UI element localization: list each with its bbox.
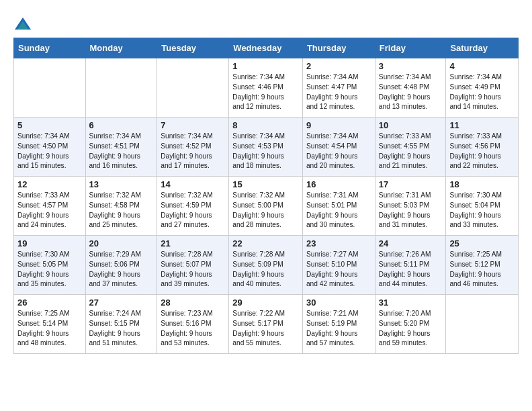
day-number-6: 6 bbox=[89, 120, 154, 130]
empty-cell bbox=[446, 295, 519, 354]
day-number-20: 20 bbox=[89, 238, 154, 248]
empty-cell bbox=[157, 58, 229, 118]
day-cell-23: 23Sunrise: 7:27 AMSunset: 5:10 PMDayligh… bbox=[302, 236, 375, 295]
day-number-22: 22 bbox=[232, 238, 299, 248]
day-number-2: 2 bbox=[306, 61, 371, 71]
day-cell-25: 25Sunrise: 7:25 AMSunset: 5:12 PMDayligh… bbox=[446, 236, 519, 295]
day-info-26: Sunrise: 7:25 AMSunset: 5:14 PMDaylight:… bbox=[17, 309, 82, 349]
day-number-31: 31 bbox=[379, 298, 443, 308]
day-number-13: 13 bbox=[89, 179, 154, 189]
day-cell-13: 13Sunrise: 7:32 AMSunset: 4:58 PMDayligh… bbox=[85, 177, 157, 236]
empty-cell bbox=[14, 58, 86, 118]
weekday-header-row: SundayMondayTuesdayWednesdayThursdayFrid… bbox=[14, 38, 519, 58]
day-info-3: Sunrise: 7:34 AMSunset: 4:48 PMDaylight:… bbox=[379, 73, 443, 112]
day-cell-3: 3Sunrise: 7:34 AMSunset: 4:48 PMDaylight… bbox=[375, 58, 446, 118]
day-cell-2: 2Sunrise: 7:34 AMSunset: 4:47 PMDaylight… bbox=[302, 58, 375, 118]
day-number-16: 16 bbox=[306, 179, 371, 189]
day-number-21: 21 bbox=[161, 238, 225, 248]
logo bbox=[13, 15, 35, 34]
day-info-1: Sunrise: 7:34 AMSunset: 4:46 PMDaylight:… bbox=[232, 73, 299, 112]
day-number-14: 14 bbox=[161, 179, 225, 189]
day-number-12: 12 bbox=[17, 179, 82, 189]
day-info-18: Sunrise: 7:30 AMSunset: 5:04 PMDaylight:… bbox=[449, 191, 515, 230]
day-info-27: Sunrise: 7:24 AMSunset: 5:15 PMDaylight:… bbox=[89, 309, 154, 349]
day-info-15: Sunrise: 7:32 AMSunset: 5:00 PMDaylight:… bbox=[232, 191, 299, 230]
day-info-5: Sunrise: 7:34 AMSunset: 4:50 PMDaylight:… bbox=[17, 132, 82, 171]
day-cell-17: 17Sunrise: 7:31 AMSunset: 5:03 PMDayligh… bbox=[375, 177, 446, 236]
day-cell-26: 26Sunrise: 7:25 AMSunset: 5:14 PMDayligh… bbox=[14, 295, 86, 354]
day-info-13: Sunrise: 7:32 AMSunset: 4:58 PMDaylight:… bbox=[89, 191, 154, 230]
day-cell-27: 27Sunrise: 7:24 AMSunset: 5:15 PMDayligh… bbox=[85, 295, 157, 354]
day-cell-8: 8Sunrise: 7:34 AMSunset: 4:53 PMDaylight… bbox=[229, 118, 303, 177]
day-number-23: 23 bbox=[306, 238, 371, 248]
day-number-5: 5 bbox=[17, 120, 82, 130]
week-row-1: 1Sunrise: 7:34 AMSunset: 4:46 PMDaylight… bbox=[14, 58, 519, 118]
day-cell-28: 28Sunrise: 7:23 AMSunset: 5:16 PMDayligh… bbox=[157, 295, 229, 354]
day-cell-11: 11Sunrise: 7:33 AMSunset: 4:56 PMDayligh… bbox=[446, 118, 519, 177]
day-cell-21: 21Sunrise: 7:28 AMSunset: 5:07 PMDayligh… bbox=[157, 236, 229, 295]
page: SundayMondayTuesdayWednesdayThursdayFrid… bbox=[0, 0, 532, 366]
day-info-12: Sunrise: 7:33 AMSunset: 4:57 PMDaylight:… bbox=[17, 191, 82, 230]
day-cell-4: 4Sunrise: 7:34 AMSunset: 4:49 PMDaylight… bbox=[446, 58, 519, 118]
empty-cell bbox=[85, 58, 157, 118]
day-number-1: 1 bbox=[232, 61, 299, 71]
header bbox=[13, 12, 519, 34]
weekday-header-thursday: Thursday bbox=[302, 38, 375, 58]
day-cell-20: 20Sunrise: 7:29 AMSunset: 5:06 PMDayligh… bbox=[85, 236, 157, 295]
day-cell-7: 7Sunrise: 7:34 AMSunset: 4:52 PMDaylight… bbox=[157, 118, 229, 177]
day-info-16: Sunrise: 7:31 AMSunset: 5:01 PMDaylight:… bbox=[306, 191, 371, 230]
day-number-7: 7 bbox=[161, 120, 225, 130]
weekday-header-sunday: Sunday bbox=[14, 38, 86, 58]
day-cell-24: 24Sunrise: 7:26 AMSunset: 5:11 PMDayligh… bbox=[375, 236, 446, 295]
day-cell-6: 6Sunrise: 7:34 AMSunset: 4:51 PMDaylight… bbox=[85, 118, 157, 177]
day-number-19: 19 bbox=[17, 238, 82, 248]
day-info-19: Sunrise: 7:30 AMSunset: 5:05 PMDaylight:… bbox=[17, 250, 82, 289]
day-number-3: 3 bbox=[379, 61, 443, 71]
week-row-4: 19Sunrise: 7:30 AMSunset: 5:05 PMDayligh… bbox=[14, 236, 519, 295]
day-number-8: 8 bbox=[232, 120, 299, 130]
weekday-header-saturday: Saturday bbox=[446, 38, 519, 58]
day-info-24: Sunrise: 7:26 AMSunset: 5:11 PMDaylight:… bbox=[379, 250, 443, 289]
day-cell-10: 10Sunrise: 7:33 AMSunset: 4:55 PMDayligh… bbox=[375, 118, 446, 177]
day-cell-14: 14Sunrise: 7:32 AMSunset: 4:59 PMDayligh… bbox=[157, 177, 229, 236]
day-number-4: 4 bbox=[449, 61, 515, 71]
day-number-29: 29 bbox=[232, 298, 299, 308]
day-cell-16: 16Sunrise: 7:31 AMSunset: 5:01 PMDayligh… bbox=[302, 177, 375, 236]
day-number-28: 28 bbox=[161, 298, 225, 308]
day-info-7: Sunrise: 7:34 AMSunset: 4:52 PMDaylight:… bbox=[161, 132, 225, 171]
day-info-8: Sunrise: 7:34 AMSunset: 4:53 PMDaylight:… bbox=[232, 132, 299, 171]
day-info-6: Sunrise: 7:34 AMSunset: 4:51 PMDaylight:… bbox=[89, 132, 154, 171]
week-row-3: 12Sunrise: 7:33 AMSunset: 4:57 PMDayligh… bbox=[14, 177, 519, 236]
day-info-2: Sunrise: 7:34 AMSunset: 4:47 PMDaylight:… bbox=[306, 73, 371, 112]
day-cell-18: 18Sunrise: 7:30 AMSunset: 5:04 PMDayligh… bbox=[446, 177, 519, 236]
day-cell-30: 30Sunrise: 7:21 AMSunset: 5:19 PMDayligh… bbox=[302, 295, 375, 354]
day-number-17: 17 bbox=[379, 179, 443, 189]
day-cell-5: 5Sunrise: 7:34 AMSunset: 4:50 PMDaylight… bbox=[14, 118, 86, 177]
week-row-5: 26Sunrise: 7:25 AMSunset: 5:14 PMDayligh… bbox=[14, 295, 519, 354]
day-cell-12: 12Sunrise: 7:33 AMSunset: 4:57 PMDayligh… bbox=[14, 177, 86, 236]
day-number-11: 11 bbox=[449, 120, 515, 130]
day-number-24: 24 bbox=[379, 238, 443, 248]
day-info-31: Sunrise: 7:20 AMSunset: 5:20 PMDaylight:… bbox=[379, 309, 443, 349]
day-info-25: Sunrise: 7:25 AMSunset: 5:12 PMDaylight:… bbox=[449, 250, 515, 289]
week-row-2: 5Sunrise: 7:34 AMSunset: 4:50 PMDaylight… bbox=[14, 118, 519, 177]
weekday-header-monday: Monday bbox=[85, 38, 157, 58]
day-cell-1: 1Sunrise: 7:34 AMSunset: 4:46 PMDaylight… bbox=[229, 58, 303, 118]
weekday-header-friday: Friday bbox=[375, 38, 446, 58]
day-info-29: Sunrise: 7:22 AMSunset: 5:17 PMDaylight:… bbox=[232, 309, 299, 349]
logo-icon bbox=[13, 15, 32, 34]
day-number-27: 27 bbox=[89, 298, 154, 308]
calendar: SundayMondayTuesdayWednesdayThursdayFrid… bbox=[13, 38, 519, 354]
day-number-30: 30 bbox=[306, 298, 371, 308]
day-info-22: Sunrise: 7:28 AMSunset: 5:09 PMDaylight:… bbox=[232, 250, 299, 289]
day-cell-22: 22Sunrise: 7:28 AMSunset: 5:09 PMDayligh… bbox=[229, 236, 303, 295]
day-cell-19: 19Sunrise: 7:30 AMSunset: 5:05 PMDayligh… bbox=[14, 236, 86, 295]
day-info-11: Sunrise: 7:33 AMSunset: 4:56 PMDaylight:… bbox=[449, 132, 515, 171]
day-number-15: 15 bbox=[232, 179, 299, 189]
day-info-23: Sunrise: 7:27 AMSunset: 5:10 PMDaylight:… bbox=[306, 250, 371, 289]
day-cell-9: 9Sunrise: 7:34 AMSunset: 4:54 PMDaylight… bbox=[302, 118, 375, 177]
day-info-10: Sunrise: 7:33 AMSunset: 4:55 PMDaylight:… bbox=[379, 132, 443, 171]
day-cell-31: 31Sunrise: 7:20 AMSunset: 5:20 PMDayligh… bbox=[375, 295, 446, 354]
day-cell-15: 15Sunrise: 7:32 AMSunset: 5:00 PMDayligh… bbox=[229, 177, 303, 236]
day-info-21: Sunrise: 7:28 AMSunset: 5:07 PMDaylight:… bbox=[161, 250, 225, 289]
